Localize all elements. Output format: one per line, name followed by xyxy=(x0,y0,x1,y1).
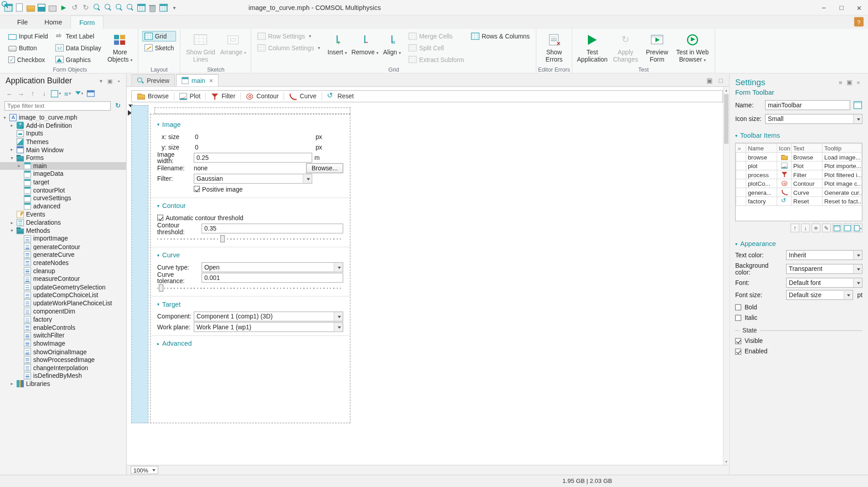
arrange-button[interactable]: Arrange xyxy=(219,31,247,56)
zoom-box-icon[interactable] xyxy=(125,2,135,12)
close-icon[interactable] xyxy=(850,0,868,15)
section-curve[interactable]: ▾Curve xyxy=(157,250,343,260)
text-color-select[interactable]: Inherit xyxy=(786,250,863,260)
merge-cells-button[interactable]: Merge Cells xyxy=(407,31,466,41)
show-errors-button[interactable]: Show Errors xyxy=(540,31,568,63)
tree-item[interactable]: createNodes xyxy=(0,259,126,267)
toolbar-item-row[interactable]: genera...CurveGenerate cur... xyxy=(736,188,862,197)
curve-tolerance-slider[interactable] xyxy=(157,284,343,293)
tree-item[interactable]: contourPlot xyxy=(0,186,126,194)
expand-icon[interactable]: ▸ xyxy=(17,164,22,169)
item-tooltip-cell[interactable]: Reset to fact... xyxy=(822,197,862,206)
font-select[interactable]: Default font xyxy=(786,278,863,288)
tree-item[interactable]: ▸Libraries xyxy=(0,380,126,388)
restore-editor-icon[interactable] xyxy=(705,76,715,86)
insert-button[interactable]: Insert xyxy=(325,31,349,56)
item-name-cell[interactable]: factory xyxy=(746,197,777,206)
form-toolbar-contour-button[interactable]: Contour xyxy=(242,92,282,101)
image-width-input[interactable] xyxy=(194,152,312,162)
render-form-icon[interactable] xyxy=(853,100,863,110)
item-text-cell[interactable]: Plot xyxy=(791,161,822,170)
item-icon-cell[interactable] xyxy=(777,161,791,170)
edit-item-icon[interactable] xyxy=(822,223,831,232)
tree-item[interactable]: ▸main xyxy=(0,162,126,170)
tree-item[interactable]: curveSettings xyxy=(0,194,126,203)
row-settings-button[interactable]: Row Settings xyxy=(255,31,322,41)
pin-panel-icon[interactable] xyxy=(115,77,123,85)
item-name-cell[interactable]: plotCo... xyxy=(746,179,777,188)
down-icon[interactable] xyxy=(39,88,49,98)
float-settings-icon[interactable] xyxy=(845,78,853,86)
float-panel-icon[interactable] xyxy=(106,77,114,85)
form-toolbar-filter-button[interactable]: Filter xyxy=(208,92,239,101)
tree-item[interactable]: ▸Add-in Definition xyxy=(0,121,126,130)
background-color-select[interactable]: Transparent xyxy=(786,264,863,274)
tree-item[interactable]: ▾Forms xyxy=(0,154,126,162)
toolbar-item-row[interactable]: plotCo...ContourPlot image c... xyxy=(736,179,862,188)
item-icon-cell[interactable] xyxy=(777,197,791,206)
item-name-cell[interactable]: plot xyxy=(746,161,777,170)
button-object-button[interactable]: Button xyxy=(6,43,50,53)
expand-icon[interactable]: ▸ xyxy=(10,220,15,225)
section-advanced[interactable]: ▸Advanced xyxy=(157,338,343,349)
save-icon[interactable] xyxy=(37,2,47,12)
tree-item[interactable]: showOriginalImage xyxy=(0,347,126,356)
grid-column-strip[interactable] xyxy=(131,105,148,423)
item-tooltip-cell[interactable]: Load image... xyxy=(822,152,862,161)
tree-item[interactable]: target xyxy=(0,178,126,186)
item-text-cell[interactable]: Filter xyxy=(791,170,822,179)
scrollbar-thumb[interactable] xyxy=(724,94,728,144)
item-icon-cell[interactable] xyxy=(777,170,791,179)
expand-icon[interactable]: ▸ xyxy=(10,147,15,152)
show-grid-lines-button[interactable]: Show Grid Lines xyxy=(184,31,217,63)
print-icon[interactable] xyxy=(48,2,58,12)
collapse-icon[interactable]: ▾ xyxy=(2,115,7,120)
zoom-select[interactable]: 100% xyxy=(131,466,158,474)
new-file-icon[interactable] xyxy=(15,2,24,12)
text-label-button[interactable]: Text Label xyxy=(53,31,103,41)
add-menu-icon[interactable] xyxy=(853,223,863,232)
tree-item[interactable]: ▾Methods xyxy=(0,227,126,235)
section-appearance[interactable]: Appearance xyxy=(735,240,863,248)
tree-item[interactable]: Themes xyxy=(0,138,126,146)
positive-image-checkbox[interactable] xyxy=(194,186,199,192)
tree-item[interactable]: Events xyxy=(0,210,126,218)
toolbar-item-row[interactable]: factoryResetReset to fact... xyxy=(736,197,862,206)
italic-checkbox[interactable] xyxy=(735,314,741,320)
forward-icon[interactable] xyxy=(16,88,26,98)
item-text-cell[interactable]: Contour xyxy=(791,179,822,188)
section-image[interactable]: ▾Image xyxy=(157,119,343,130)
collapse-sections-icon[interactable] xyxy=(836,78,844,86)
item-tooltip-cell[interactable]: Generate cur... xyxy=(822,188,862,197)
row-selector-cell[interactable] xyxy=(736,161,746,170)
slider-thumb[interactable] xyxy=(159,284,163,292)
zoom-in-icon[interactable] xyxy=(92,2,102,12)
section-contour[interactable]: ▾Contour xyxy=(157,200,343,211)
section-toolbar-items[interactable]: Toolbar Items xyxy=(735,132,863,140)
item-name-cell[interactable]: genera... xyxy=(746,188,777,197)
tree-item[interactable]: showProcessedImage xyxy=(0,356,126,364)
scroll-up-icon[interactable] xyxy=(723,87,729,93)
scroll-down-icon[interactable] xyxy=(723,458,729,464)
add-separator-icon[interactable] xyxy=(811,223,820,232)
delete-icon[interactable] xyxy=(147,2,157,12)
filter-input[interactable] xyxy=(5,101,111,111)
tree-item[interactable]: isDefinedByMesh xyxy=(0,372,126,380)
test-application-button[interactable]: Test Application xyxy=(576,31,608,63)
form-toolbar-plot-button[interactable]: Plot xyxy=(176,92,204,101)
row-selector-cell[interactable] xyxy=(736,170,746,179)
grid-mode-button[interactable]: Grid xyxy=(142,31,176,41)
remove-button[interactable]: Remove xyxy=(352,31,378,56)
graphics-button[interactable]: Graphics xyxy=(53,54,103,65)
maximize-editor-icon[interactable] xyxy=(716,76,726,86)
collapse-icon[interactable]: ▾ xyxy=(10,155,15,160)
enabled-checkbox[interactable] xyxy=(735,348,741,354)
model-tree-icon[interactable] xyxy=(51,88,61,98)
tab-preview[interactable]: Preview xyxy=(131,74,175,87)
item-tooltip-cell[interactable]: Plot filtered i... xyxy=(822,170,862,179)
tree-item[interactable]: switchFilter xyxy=(0,332,126,340)
tree-item[interactable]: generateContour xyxy=(0,243,126,251)
contour-threshold-slider[interactable] xyxy=(157,235,343,244)
toolbar-item-row[interactable]: processFilterPlot filtered i... xyxy=(736,170,862,179)
tree-item[interactable]: enableControls xyxy=(0,323,126,332)
